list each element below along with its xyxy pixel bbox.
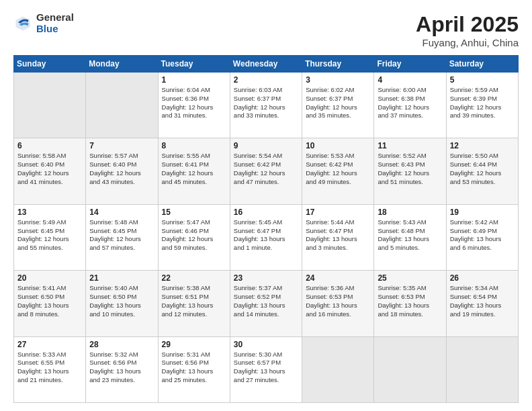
logo-icon — [13, 14, 32, 33]
title-block: April 2025 Fuyang, Anhui, China — [416, 12, 519, 48]
day-number: 28 — [89, 340, 154, 349]
day-info: Sunrise: 5:34 AM Sunset: 6:54 PM Dayligh… — [450, 284, 515, 318]
table-row: 28Sunrise: 5:32 AM Sunset: 6:56 PM Dayli… — [86, 336, 158, 402]
logo-text: General Blue — [36, 12, 74, 34]
col-saturday: Saturday — [446, 56, 518, 73]
table-row: 10Sunrise: 5:53 AM Sunset: 6:42 PM Dayli… — [302, 138, 374, 204]
col-thursday: Thursday — [302, 56, 374, 73]
day-number: 24 — [306, 273, 370, 283]
day-info: Sunrise: 6:04 AM Sunset: 6:36 PM Dayligh… — [162, 86, 226, 120]
table-row: 16Sunrise: 5:45 AM Sunset: 6:47 PM Dayli… — [230, 204, 302, 270]
day-number: 10 — [306, 141, 370, 150]
day-number: 30 — [234, 340, 298, 349]
table-row: 29Sunrise: 5:31 AM Sunset: 6:56 PM Dayli… — [158, 336, 230, 402]
day-info: Sunrise: 5:40 AM Sunset: 6:50 PM Dayligh… — [89, 284, 154, 318]
col-tuesday: Tuesday — [158, 56, 230, 73]
table-row: 8Sunrise: 5:55 AM Sunset: 6:41 PM Daylig… — [158, 138, 230, 204]
day-info: Sunrise: 5:45 AM Sunset: 6:47 PM Dayligh… — [234, 218, 298, 253]
table-row: 7Sunrise: 5:57 AM Sunset: 6:40 PM Daylig… — [86, 138, 158, 204]
day-number: 21 — [89, 273, 154, 283]
table-row: 15Sunrise: 5:47 AM Sunset: 6:46 PM Dayli… — [158, 204, 230, 270]
table-row: 25Sunrise: 5:35 AM Sunset: 6:53 PM Dayli… — [374, 271, 446, 336]
day-number: 25 — [378, 273, 442, 283]
table-row: 22Sunrise: 5:38 AM Sunset: 6:51 PM Dayli… — [158, 271, 230, 336]
day-info: Sunrise: 5:37 AM Sunset: 6:52 PM Dayligh… — [234, 284, 298, 318]
calendar-week-row: 6Sunrise: 5:58 AM Sunset: 6:40 PM Daylig… — [14, 138, 519, 204]
day-number: 6 — [17, 141, 82, 150]
day-info: Sunrise: 5:36 AM Sunset: 6:53 PM Dayligh… — [306, 284, 370, 318]
table-row: 1Sunrise: 6:04 AM Sunset: 6:36 PM Daylig… — [158, 73, 230, 138]
day-number: 11 — [378, 141, 442, 150]
day-number: 2 — [234, 75, 298, 85]
day-info: Sunrise: 5:30 AM Sunset: 6:57 PM Dayligh… — [234, 351, 298, 385]
table-row: 21Sunrise: 5:40 AM Sunset: 6:50 PM Dayli… — [86, 271, 158, 336]
table-row: 4Sunrise: 6:00 AM Sunset: 6:38 PM Daylig… — [374, 73, 446, 138]
day-info: Sunrise: 5:42 AM Sunset: 6:49 PM Dayligh… — [450, 218, 515, 253]
table-row — [86, 73, 158, 138]
day-number: 12 — [450, 141, 515, 150]
day-info: Sunrise: 5:35 AM Sunset: 6:53 PM Dayligh… — [378, 284, 442, 318]
day-info: Sunrise: 5:44 AM Sunset: 6:47 PM Dayligh… — [306, 218, 370, 253]
col-friday: Friday — [374, 56, 446, 73]
day-info: Sunrise: 5:33 AM Sunset: 6:55 PM Dayligh… — [17, 351, 82, 385]
logo: General Blue — [13, 12, 74, 34]
day-info: Sunrise: 5:32 AM Sunset: 6:56 PM Dayligh… — [89, 351, 154, 385]
day-info: Sunrise: 5:53 AM Sunset: 6:42 PM Dayligh… — [306, 152, 370, 186]
table-row: 3Sunrise: 6:02 AM Sunset: 6:37 PM Daylig… — [302, 73, 374, 138]
col-sunday: Sunday — [14, 56, 86, 73]
day-number: 7 — [89, 141, 154, 150]
day-number: 16 — [234, 208, 298, 217]
day-info: Sunrise: 5:55 AM Sunset: 6:41 PM Dayligh… — [162, 152, 226, 186]
day-info: Sunrise: 5:41 AM Sunset: 6:50 PM Dayligh… — [17, 284, 82, 318]
table-row: 5Sunrise: 5:59 AM Sunset: 6:39 PM Daylig… — [446, 73, 518, 138]
day-info: Sunrise: 5:54 AM Sunset: 6:42 PM Dayligh… — [234, 152, 298, 186]
table-row: 17Sunrise: 5:44 AM Sunset: 6:47 PM Dayli… — [302, 204, 374, 270]
table-row: 19Sunrise: 5:42 AM Sunset: 6:49 PM Dayli… — [446, 204, 518, 270]
calendar-week-row: 27Sunrise: 5:33 AM Sunset: 6:55 PM Dayli… — [14, 336, 519, 402]
day-info: Sunrise: 5:47 AM Sunset: 6:46 PM Dayligh… — [162, 218, 226, 253]
day-info: Sunrise: 5:50 AM Sunset: 6:44 PM Dayligh… — [450, 152, 515, 186]
day-number: 3 — [306, 75, 370, 85]
logo-blue-text: Blue — [36, 24, 74, 35]
table-row — [14, 73, 86, 138]
day-number: 8 — [162, 141, 226, 150]
day-number: 22 — [162, 273, 226, 283]
table-row: 24Sunrise: 5:36 AM Sunset: 6:53 PM Dayli… — [302, 271, 374, 336]
day-number: 1 — [162, 75, 226, 85]
day-info: Sunrise: 5:43 AM Sunset: 6:48 PM Dayligh… — [378, 218, 442, 253]
day-number: 18 — [378, 208, 442, 217]
table-row: 12Sunrise: 5:50 AM Sunset: 6:44 PM Dayli… — [446, 138, 518, 204]
table-row — [374, 336, 446, 402]
table-row: 27Sunrise: 5:33 AM Sunset: 6:55 PM Dayli… — [14, 336, 86, 402]
day-number: 26 — [450, 273, 515, 283]
day-info: Sunrise: 5:49 AM Sunset: 6:45 PM Dayligh… — [17, 218, 82, 253]
table-row: 2Sunrise: 6:03 AM Sunset: 6:37 PM Daylig… — [230, 73, 302, 138]
table-row: 26Sunrise: 5:34 AM Sunset: 6:54 PM Dayli… — [446, 271, 518, 336]
day-info: Sunrise: 5:58 AM Sunset: 6:40 PM Dayligh… — [17, 152, 82, 186]
day-info: Sunrise: 5:48 AM Sunset: 6:45 PM Dayligh… — [89, 218, 154, 253]
table-row — [446, 336, 518, 402]
day-number: 15 — [162, 208, 226, 217]
title-month: April 2025 — [416, 12, 519, 37]
day-number: 19 — [450, 208, 515, 217]
day-number: 17 — [306, 208, 370, 217]
day-info: Sunrise: 6:02 AM Sunset: 6:37 PM Dayligh… — [306, 86, 370, 120]
day-number: 20 — [17, 273, 82, 283]
day-number: 27 — [17, 340, 82, 349]
day-number: 5 — [450, 75, 515, 85]
day-number: 13 — [17, 208, 82, 217]
table-row: 18Sunrise: 5:43 AM Sunset: 6:48 PM Dayli… — [374, 204, 446, 270]
day-info: Sunrise: 5:31 AM Sunset: 6:56 PM Dayligh… — [162, 351, 226, 385]
page: General Blue April 2025 Fuyang, Anhui, C… — [0, 0, 532, 411]
calendar-table: Sunday Monday Tuesday Wednesday Thursday… — [13, 55, 519, 403]
day-number: 29 — [162, 340, 226, 349]
day-number: 4 — [378, 75, 442, 85]
day-number: 23 — [234, 273, 298, 283]
day-info: Sunrise: 6:03 AM Sunset: 6:37 PM Dayligh… — [234, 86, 298, 120]
calendar-week-row: 1Sunrise: 6:04 AM Sunset: 6:36 PM Daylig… — [14, 73, 519, 138]
table-row: 6Sunrise: 5:58 AM Sunset: 6:40 PM Daylig… — [14, 138, 86, 204]
day-number: 9 — [234, 141, 298, 150]
col-monday: Monday — [86, 56, 158, 73]
day-info: Sunrise: 6:00 AM Sunset: 6:38 PM Dayligh… — [378, 86, 442, 120]
day-info: Sunrise: 5:38 AM Sunset: 6:51 PM Dayligh… — [162, 284, 226, 318]
